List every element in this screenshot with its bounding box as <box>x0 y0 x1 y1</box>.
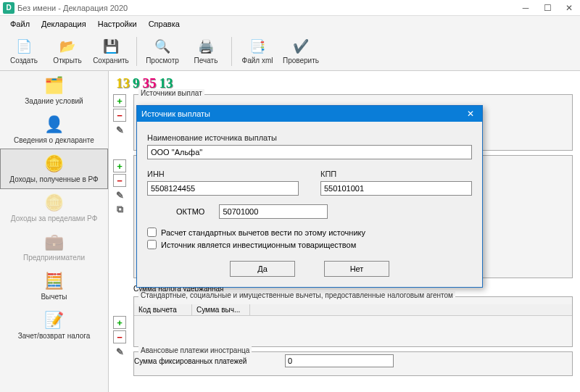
new-file-icon: 📄 <box>15 38 33 55</box>
add-deduction-button[interactable]: + <box>113 316 126 329</box>
declarant-icon: 👤 <box>43 114 66 135</box>
dialog-title: Источник выплаты <box>141 109 463 118</box>
copy-income-button[interactable]: ⧉ <box>113 203 126 216</box>
dialog-yes-button[interactable]: Да <box>230 261 295 277</box>
fixed-sum-label: Сумма фиксированных платежей <box>134 357 279 365</box>
dialog-close-button[interactable]: ✕ <box>463 109 478 119</box>
advance-legend: Авансовые платежи иностранца <box>138 346 252 354</box>
standard-deductions-checkbox-label: Расчет стандартных вычетов вести по этом… <box>161 228 365 237</box>
sidebar-item-income-abroad[interactable]: 🪙Доходы за пределами РФ <box>0 188 108 228</box>
remove-income-button[interactable]: − <box>113 174 126 187</box>
rate-tab-13a[interactable]: 13 <box>116 75 130 91</box>
oktmo-input[interactable] <box>219 204 328 219</box>
sidebar-item-deductions[interactable]: 🧮Вычеты <box>0 267 108 306</box>
create-button[interactable]: 📄Создать <box>3 34 45 69</box>
sources-buttons: + − ✎ <box>113 94 126 136</box>
titlebar: D Без имени - Декларация 2020 ─ ☐ ✕ <box>0 0 580 16</box>
save-icon: 💾 <box>102 38 120 55</box>
menu-file[interactable]: Файл <box>4 17 36 30</box>
return-icon: 📝 <box>43 310 66 330</box>
edit-source-button[interactable]: ✎ <box>113 123 126 136</box>
col-code[interactable]: Код вычета <box>134 304 192 315</box>
sidebar-item-offset[interactable]: 📝Зачет/возврат налога <box>0 306 108 345</box>
advance-body: Сумма фиксированных платежей <box>134 352 572 370</box>
advance-panel: Авансовые платежи иностранца Сумма фикси… <box>133 351 573 376</box>
add-source-button[interactable]: + <box>113 94 126 107</box>
check-icon: ✔️ <box>292 38 310 55</box>
menu-declaration[interactable]: Декларация <box>36 17 92 30</box>
oktmo-label: ОКТМО <box>176 207 204 216</box>
window-title: Без имени - Декларация 2020 <box>17 4 515 12</box>
deductions-panel: Стандартные, социальные и имущественные … <box>133 296 573 347</box>
income-buttons: + − ✎ ⧉ <box>113 159 126 216</box>
deductions-body: Код вычета Сумма выч... <box>134 297 572 316</box>
sources-legend: Источники выплат <box>138 89 204 97</box>
sidebar-item-conditions[interactable]: 🗂️Задание условий <box>0 71 108 110</box>
source-name-input[interactable] <box>147 145 472 159</box>
standard-deductions-checkbox[interactable] <box>147 228 157 237</box>
standard-deductions-checkbox-row[interactable]: Расчет стандартных вычетов вести по этом… <box>147 228 472 237</box>
sidebar-item-income-rf[interactable]: 🪙Доходы, полученные в РФ <box>0 149 108 189</box>
print-icon: 🖨️ <box>197 38 215 55</box>
xml-icon: 📑 <box>249 38 266 55</box>
check-button[interactable]: ✔️Проверить <box>280 34 322 69</box>
minimize-button[interactable]: ─ <box>515 1 536 15</box>
open-button[interactable]: 📂Открыть <box>46 34 88 69</box>
sidebar-item-entrepreneurs[interactable]: 💼Предприниматели <box>0 228 108 267</box>
close-button[interactable]: ✕ <box>558 1 580 15</box>
toolbar: 📄Создать 📂Открыть 💾Сохранить 🔍Просмотр 🖨… <box>0 32 580 71</box>
add-income-button[interactable]: + <box>113 159 126 172</box>
dialog-no-button[interactable]: Нет <box>324 261 389 277</box>
fixed-sum-input[interactable] <box>285 354 394 367</box>
sidebar-item-declarant[interactable]: 👤Сведения о декларанте <box>0 110 108 149</box>
briefcase-icon: 💼 <box>43 232 66 252</box>
conditions-icon: 🗂️ <box>43 75 66 96</box>
menu-help[interactable]: Справка <box>143 17 186 30</box>
preview-icon: 🔍 <box>154 38 171 55</box>
separator <box>231 37 232 66</box>
menu-settings[interactable]: Настройки <box>92 17 143 30</box>
deductions-legend: Стандартные, социальные и имущественные … <box>138 291 455 299</box>
edit-income-button[interactable]: ✎ <box>113 188 126 201</box>
source-name-label: Наименование источника выплаты <box>147 133 472 142</box>
edit-deduction-button[interactable]: ✎ <box>113 345 126 358</box>
remove-deduction-button[interactable]: − <box>113 330 126 343</box>
open-folder-icon: 📂 <box>59 38 76 55</box>
app-icon: D <box>3 2 14 14</box>
col-sum[interactable]: Сумма выч... <box>192 304 250 315</box>
deductions-buttons: + − ✎ <box>113 316 126 358</box>
xml-button[interactable]: 📑Файл xml <box>236 34 278 69</box>
globe-coins-icon: 🪙 <box>43 193 66 213</box>
separator <box>136 37 137 66</box>
sidebar: 🗂️Задание условий 👤Сведения о декларанте… <box>0 71 109 392</box>
coins-icon: 🪙 <box>43 154 66 174</box>
investment-checkbox-row[interactable]: Источник является инвестиционным товарищ… <box>147 240 472 249</box>
inn-input[interactable] <box>147 181 299 196</box>
kpp-input[interactable] <box>320 181 472 196</box>
save-button[interactable]: 💾Сохранить <box>90 34 132 69</box>
inn-label: ИНН <box>147 170 299 178</box>
preview-button[interactable]: 🔍Просмотр <box>141 34 183 69</box>
menubar: Файл Декларация Настройки Справка <box>0 16 580 32</box>
payment-source-dialog: Источник выплаты ✕ Наименование источник… <box>136 105 483 288</box>
dialog-body: Наименование источника выплаты ИНН КПП О… <box>137 122 482 287</box>
kpp-label: КПП <box>320 170 472 178</box>
calculator-icon: 🧮 <box>43 271 66 291</box>
print-button[interactable]: 🖨️Печать <box>185 34 227 69</box>
deductions-table-header: Код вычета Сумма выч... <box>134 304 572 316</box>
investment-checkbox-label: Источник является инвестиционным товарищ… <box>161 241 356 249</box>
maximize-button[interactable]: ☐ <box>536 1 558 15</box>
dialog-titlebar[interactable]: Источник выплаты ✕ <box>137 106 482 122</box>
remove-source-button[interactable]: − <box>113 109 126 122</box>
investment-checkbox[interactable] <box>147 240 157 249</box>
